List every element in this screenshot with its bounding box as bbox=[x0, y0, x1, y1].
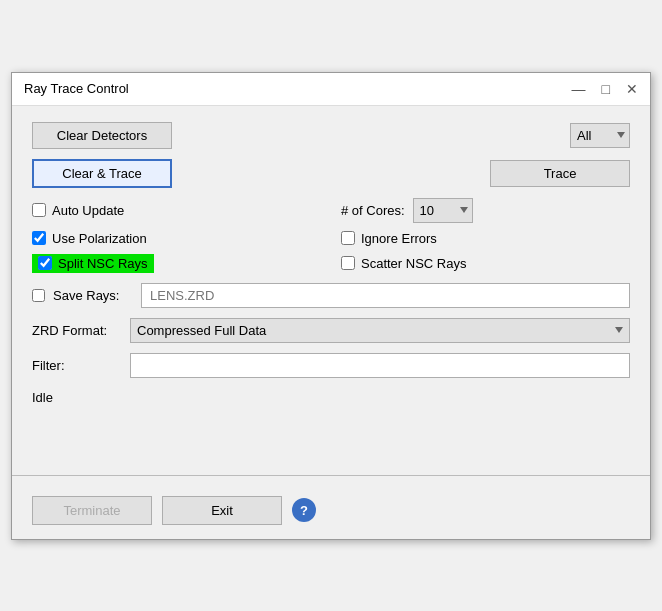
save-rays-input[interactable] bbox=[141, 283, 630, 308]
clear-detectors-button[interactable]: Clear Detectors bbox=[32, 122, 172, 149]
split-nsc-row: Split NSC Rays bbox=[32, 254, 321, 273]
cores-label: # of Cores: bbox=[341, 203, 405, 218]
scatter-nsc-row: Scatter NSC Rays bbox=[341, 254, 630, 273]
save-rays-row: Save Rays: bbox=[32, 283, 630, 308]
clear-trace-button[interactable]: Clear & Trace bbox=[32, 159, 172, 188]
ignore-errors-row: Ignore Errors bbox=[341, 231, 630, 246]
zrd-format-dropdown[interactable]: Compressed Full Data Full Data Compresse… bbox=[130, 318, 630, 343]
minimize-button[interactable]: — bbox=[572, 81, 586, 97]
row-clear-detectors: Clear Detectors All bbox=[32, 122, 630, 149]
all-dropdown[interactable]: All bbox=[570, 123, 630, 148]
zrd-format-row: ZRD Format: Compressed Full Data Full Da… bbox=[32, 318, 630, 343]
maximize-button[interactable]: □ bbox=[602, 81, 610, 97]
row-trace: Clear & Trace Trace bbox=[32, 159, 630, 188]
options-grid: Auto Update # of Cores: 10 Use Polarizat… bbox=[32, 198, 630, 273]
exit-button[interactable]: Exit bbox=[162, 496, 282, 525]
auto-update-label: Auto Update bbox=[52, 203, 124, 218]
scatter-nsc-checkbox[interactable] bbox=[341, 256, 355, 270]
scatter-nsc-label: Scatter NSC Rays bbox=[361, 256, 466, 271]
auto-update-checkbox[interactable] bbox=[32, 203, 46, 217]
footer: Terminate Exit ? bbox=[12, 488, 650, 539]
status-text: Idle bbox=[32, 390, 630, 405]
filter-label: Filter: bbox=[32, 358, 122, 373]
filter-row: Filter: bbox=[32, 353, 630, 378]
use-polarization-label: Use Polarization bbox=[52, 231, 147, 246]
auto-update-row: Auto Update bbox=[32, 198, 321, 223]
split-nsc-checkbox[interactable] bbox=[38, 256, 52, 270]
window-title: Ray Trace Control bbox=[24, 81, 129, 96]
window-controls: — □ ✕ bbox=[572, 81, 638, 97]
main-window: Ray Trace Control — □ ✕ Clear Detectors … bbox=[11, 72, 651, 540]
use-polarization-checkbox[interactable] bbox=[32, 231, 46, 245]
zrd-format-label: ZRD Format: bbox=[32, 323, 122, 338]
use-polarization-row: Use Polarization bbox=[32, 231, 321, 246]
save-rays-checkbox[interactable] bbox=[32, 289, 45, 302]
terminate-button[interactable]: Terminate bbox=[32, 496, 152, 525]
close-button[interactable]: ✕ bbox=[626, 81, 638, 97]
save-rays-label: Save Rays: bbox=[53, 288, 133, 303]
ignore-errors-checkbox[interactable] bbox=[341, 231, 355, 245]
footer-divider bbox=[12, 475, 650, 476]
ignore-errors-label: Ignore Errors bbox=[361, 231, 437, 246]
content-area: Clear Detectors All Clear & Trace Trace … bbox=[12, 106, 650, 461]
split-nsc-label: Split NSC Rays bbox=[58, 256, 148, 271]
help-button[interactable]: ? bbox=[292, 498, 316, 522]
title-bar: Ray Trace Control — □ ✕ bbox=[12, 73, 650, 106]
split-nsc-highlight: Split NSC Rays bbox=[32, 254, 154, 273]
trace-button[interactable]: Trace bbox=[490, 160, 630, 187]
cores-row: # of Cores: 10 bbox=[341, 198, 630, 223]
filter-input[interactable] bbox=[130, 353, 630, 378]
cores-dropdown[interactable]: 10 bbox=[413, 198, 473, 223]
